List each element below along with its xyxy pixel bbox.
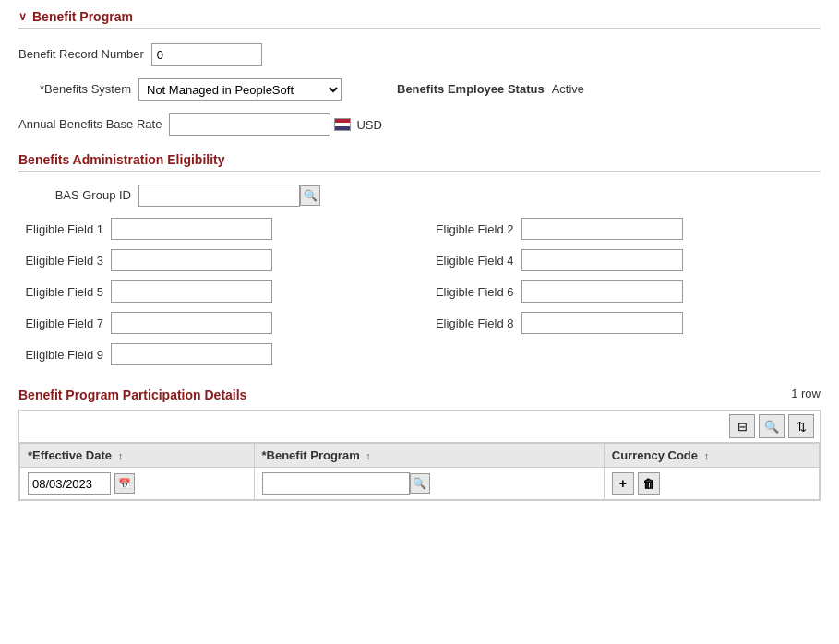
eligible-field-2-row: Eligible Field 2 bbox=[429, 218, 821, 240]
eligible-field-2-input[interactable] bbox=[521, 218, 683, 240]
table-header-row: *Effective Date ↕ *Benefit Program ↕ Cur… bbox=[20, 444, 820, 468]
effective-date-input[interactable] bbox=[28, 472, 111, 495]
eligible-field-4-label: Eligible Field 4 bbox=[429, 254, 521, 268]
add-row-button[interactable]: + bbox=[612, 472, 634, 495]
benefits-system-select[interactable]: Not Managed in PeopleSoft PeopleSoft Oth… bbox=[138, 78, 342, 101]
eligible-field-7-row: Eligible Field 7 bbox=[18, 312, 411, 334]
eligible-field-8-row: Eligible Field 8 bbox=[429, 312, 821, 334]
eligible-field-3-label: Eligible Field 3 bbox=[18, 254, 111, 268]
currency-actions-group: + 🗑 bbox=[612, 472, 811, 495]
eligible-field-4-row: Eligible Field 4 bbox=[429, 249, 821, 271]
date-cell-group: 📅 bbox=[28, 472, 246, 495]
participation-table-container: ⊟ 🔍 ⇅ *Effective Date ↕ *Benefit Program bbox=[18, 410, 821, 501]
row-count-label: 1 row bbox=[791, 387, 821, 400]
effective-date-cell: 📅 bbox=[20, 468, 255, 500]
eligible-field-6-input[interactable] bbox=[521, 280, 683, 303]
eligible-field-2-label: Eligible Field 2 bbox=[429, 222, 521, 236]
currency-code-label: USD bbox=[356, 118, 381, 132]
eligible-field-8-label: Eligible Field 8 bbox=[429, 316, 521, 330]
benefit-program-header: *Benefit Program ↕ bbox=[254, 444, 604, 468]
effective-date-sort-icon[interactable]: ↕ bbox=[118, 450, 124, 461]
currency-code-sort-icon[interactable]: ↕ bbox=[704, 450, 710, 461]
eligible-field-7-label: Eligible Field 7 bbox=[18, 316, 111, 330]
calendar-button[interactable]: 📅 bbox=[114, 473, 135, 494]
currency-code-header-label: Currency Code bbox=[612, 448, 698, 462]
eligibility-section-title: Benefits Administration Eligibility bbox=[18, 152, 821, 172]
bas-group-input[interactable] bbox=[138, 185, 300, 207]
benefit-program-section-header: ∨ Benefit Program bbox=[18, 9, 821, 29]
eligible-field-8-input[interactable] bbox=[521, 312, 683, 334]
benefits-employee-status-value: Active bbox=[552, 82, 584, 96]
eligible-field-6-row: Eligible Field 6 bbox=[429, 280, 821, 303]
eligible-field-9-input[interactable] bbox=[111, 343, 272, 365]
benefits-system-label: *Benefits System bbox=[18, 82, 138, 98]
table-toolbar: ⊟ 🔍 ⇅ bbox=[19, 411, 820, 443]
eligible-field-1-label: Eligible Field 1 bbox=[18, 222, 111, 236]
benefit-program-header-label: *Benefit Program bbox=[262, 448, 360, 462]
delete-icon: 🗑 bbox=[642, 477, 654, 491]
table-row: 📅 🔍 + 🗑 bbox=[20, 468, 820, 500]
annual-benefits-row: Annual Benefits Base Rate USD bbox=[18, 113, 821, 136]
sort-icon: ⇅ bbox=[797, 420, 807, 434]
benefit-program-sort-icon[interactable]: ↕ bbox=[366, 450, 371, 461]
section-title: Benefit Program bbox=[32, 9, 133, 24]
benefits-employee-status-label: Benefits Employee Status bbox=[397, 82, 552, 98]
sort-button[interactable]: ⇅ bbox=[788, 414, 814, 438]
view-all-icon: ⊟ bbox=[737, 420, 748, 434]
view-all-button[interactable]: ⊟ bbox=[729, 414, 755, 438]
eligible-field-5-row: Eligible Field 5 bbox=[18, 280, 411, 303]
eligible-fields-grid: Eligible Field 1 Eligible Field 2 Eligib… bbox=[18, 218, 821, 365]
participation-table: *Effective Date ↕ *Benefit Program ↕ Cur… bbox=[19, 443, 820, 500]
eligible-field-5-input[interactable] bbox=[111, 280, 272, 303]
find-button[interactable]: 🔍 bbox=[759, 414, 785, 438]
eligible-field-9-row: Eligible Field 9 bbox=[18, 343, 411, 365]
benefit-program-input[interactable] bbox=[262, 472, 410, 495]
calendar-icon: 📅 bbox=[118, 478, 131, 490]
eligible-field-4-input[interactable] bbox=[521, 249, 683, 271]
benefit-program-cell: 🔍 bbox=[254, 468, 604, 500]
benefit-program-search-button[interactable]: 🔍 bbox=[410, 473, 430, 494]
participation-section-title: Benefit Program Participation Details bbox=[18, 388, 246, 406]
eligible-field-5-label: Eligible Field 5 bbox=[18, 285, 111, 299]
benefit-record-input[interactable] bbox=[151, 43, 262, 66]
eligible-field-6-label: Eligible Field 6 bbox=[429, 285, 521, 299]
benefits-system-row: *Benefits System Not Managed in PeopleSo… bbox=[18, 78, 821, 101]
bas-group-search-button[interactable]: 🔍 bbox=[300, 185, 320, 206]
eligible-field-7-input[interactable] bbox=[111, 312, 272, 334]
currency-code-cell: + 🗑 bbox=[604, 468, 819, 500]
bas-group-row: BAS Group ID 🔍 bbox=[18, 185, 821, 207]
chevron-icon[interactable]: ∨ bbox=[18, 10, 27, 23]
benefit-record-label: Benefit Record Number bbox=[18, 47, 151, 63]
bas-group-label: BAS Group ID bbox=[18, 188, 138, 204]
annual-benefits-input[interactable] bbox=[169, 113, 330, 136]
benefit-record-row: Benefit Record Number bbox=[18, 43, 821, 66]
eligible-field-1-input[interactable] bbox=[111, 218, 272, 240]
eligible-field-3-row: Eligible Field 3 bbox=[18, 249, 411, 271]
eligible-field-9-label: Eligible Field 9 bbox=[18, 348, 111, 362]
delete-row-button[interactable]: 🗑 bbox=[638, 472, 660, 495]
currency-flag-icon bbox=[334, 118, 351, 131]
employee-status-group: Benefits Employee Status Active bbox=[397, 82, 584, 98]
benefit-program-search-group: 🔍 bbox=[262, 472, 596, 495]
annual-benefits-label: Annual Benefits Base Rate bbox=[18, 117, 169, 133]
eligible-field-1-row: Eligible Field 1 bbox=[18, 218, 411, 240]
effective-date-header: *Effective Date ↕ bbox=[20, 444, 255, 468]
currency-code-header: Currency Code ↕ bbox=[604, 444, 819, 468]
find-icon: 🔍 bbox=[764, 420, 779, 434]
effective-date-header-label: *Effective Date bbox=[28, 448, 112, 462]
eligible-field-3-input[interactable] bbox=[111, 249, 272, 271]
participation-section-header: Benefit Program Participation Details 1 … bbox=[18, 380, 821, 406]
